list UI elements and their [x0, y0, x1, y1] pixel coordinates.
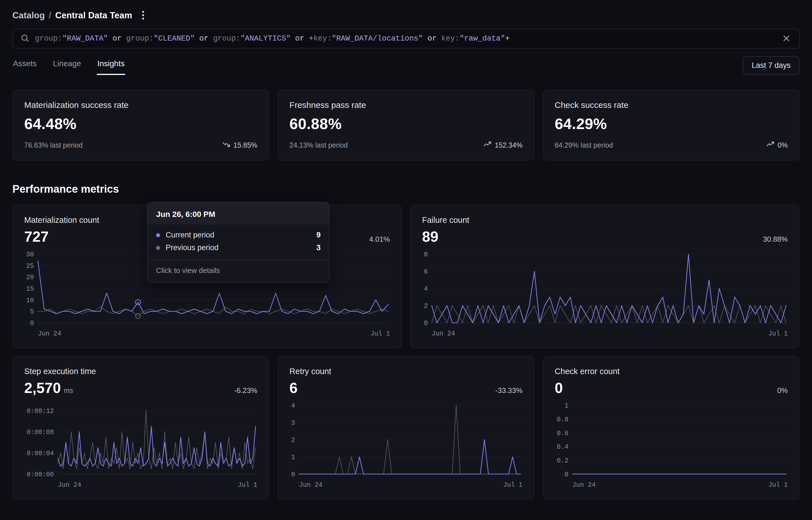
svg-text:30: 30 [26, 251, 34, 258]
trend-value: 15.85% [234, 141, 258, 149]
insights-page: Catalog / Central Data Team group:"RAW_D… [0, 0, 812, 511]
svg-text:0.2: 0.2 [557, 457, 568, 465]
tab-assets[interactable]: Assets [12, 56, 37, 75]
breadcrumb-team: Central Data Team [55, 10, 132, 21]
kebab-menu-icon [142, 10, 145, 21]
chart-value: 89 [422, 228, 441, 245]
close-icon [782, 34, 791, 43]
chart-title: Step execution time [24, 367, 257, 376]
chart-value: 6 [289, 380, 300, 396]
charts-row-1: Materialization count 727 4.01% 05101520… [12, 205, 800, 348]
chart-value: 0 [555, 380, 566, 396]
tooltip-row: Current period9 [156, 231, 321, 239]
svg-text:1: 1 [564, 402, 568, 410]
trend-down-icon [222, 140, 230, 150]
charts-row-2: Step execution time 2,570ms -6.23% 0:00:… [12, 356, 800, 499]
svg-text:10: 10 [26, 297, 34, 304]
summary-card-materialization-success: Materialization success rate 64.48% 76.6… [12, 89, 269, 161]
retry-count-chart[interactable]: 01234 [289, 401, 522, 478]
svg-text:4: 4 [291, 402, 295, 410]
svg-text:0: 0 [564, 471, 568, 478]
x-axis-labels: Jun 24Jul 1 [24, 482, 257, 489]
summary-cards-row: Materialization success rate 64.48% 76.6… [12, 89, 800, 161]
top-bar: Catalog / Central Data Team [12, 7, 800, 24]
chart-card-failure-count: Failure count 89 30.88% 02468 Jun 24Jul … [410, 205, 800, 348]
svg-text:0:00:04: 0:00:04 [27, 450, 54, 457]
chart-hover-tooltip[interactable]: Jun 26, 6:00 PM Current period9Previous … [147, 202, 330, 283]
chart-value: 2,570ms [24, 380, 73, 396]
svg-text:15: 15 [26, 285, 34, 293]
overflow-menu-button[interactable] [139, 8, 147, 23]
svg-text:0.6: 0.6 [557, 430, 568, 437]
clear-search-button[interactable] [781, 33, 792, 45]
svg-text:0:00:00: 0:00:00 [27, 471, 54, 478]
search-input[interactable]: group:"RAW_DATA" or group:"CLEANED" or g… [35, 34, 776, 43]
trend-up-icon [766, 140, 774, 150]
trend-up-icon [483, 140, 491, 150]
svg-text:0.4: 0.4 [557, 443, 568, 451]
x-axis-labels: Jun 24Jul 1 [289, 482, 522, 489]
step-execution-time-chart[interactable]: 0:00:000:00:040:00:080:00:12 [24, 401, 257, 478]
chart-delta: 30.88% [763, 235, 788, 244]
chart-title: Failure count [422, 215, 788, 225]
summary-card-check-success: Check success rate 64.29% 64.29% last pe… [543, 89, 800, 161]
x-axis-labels: Jun 24Jul 1 [555, 482, 788, 489]
card-title: Freshness pass rate [289, 100, 522, 110]
check-error-count-chart[interactable]: 00.20.40.60.81 [555, 401, 788, 478]
asset-search-bar[interactable]: group:"RAW_DATA" or group:"CLEANED" or g… [12, 29, 800, 48]
svg-text:6: 6 [424, 268, 428, 276]
chart-delta: -6.23% [234, 386, 257, 395]
tooltip-rows: Current period9Previous period3 [148, 225, 329, 259]
chart-card-retry-count: Retry count 6 -33.33% 01234 Jun 24Jul 1 [278, 356, 534, 499]
card-value: 60.88% [289, 115, 522, 132]
svg-text:0:00:08: 0:00:08 [27, 429, 54, 436]
breadcrumb: Catalog / Central Data Team [12, 10, 132, 21]
svg-text:2: 2 [424, 303, 428, 310]
time-range-button[interactable]: Last 7 days [743, 56, 800, 75]
tab-insights[interactable]: Insights [97, 56, 125, 75]
svg-text:5: 5 [30, 308, 34, 315]
chart-delta: 0% [777, 386, 788, 395]
svg-text:20: 20 [26, 274, 34, 281]
svg-text:0: 0 [291, 471, 295, 478]
chart-delta: 4.01% [369, 235, 390, 244]
svg-text:0:00:12: 0:00:12 [27, 408, 54, 415]
chart-delta: -33.33% [495, 386, 523, 395]
tab-lineage[interactable]: Lineage [52, 56, 82, 75]
svg-text:3: 3 [291, 419, 295, 427]
breadcrumb-separator: / [49, 10, 51, 21]
svg-text:25: 25 [26, 263, 34, 270]
failure-count-chart[interactable]: 02468 [422, 250, 788, 327]
summary-card-freshness-pass: Freshness pass rate 60.88% 24.13% last p… [278, 89, 534, 161]
trend-value: 152.34% [495, 141, 523, 149]
svg-text:2: 2 [291, 437, 295, 444]
last-period-text: 24.13% last period [289, 141, 348, 149]
tooltip-hint: Click to view details [148, 259, 329, 282]
svg-text:1: 1 [291, 454, 295, 461]
tooltip-timestamp: Jun 26, 6:00 PM [148, 203, 329, 225]
search-icon [20, 33, 29, 44]
chart-title: Retry count [289, 367, 522, 376]
last-period-text: 64.29% last period [555, 141, 613, 149]
svg-text:0: 0 [424, 320, 428, 327]
series-dot-icon [156, 246, 160, 250]
card-value: 64.29% [555, 115, 788, 132]
svg-text:4: 4 [424, 285, 428, 293]
chart-card-step-execution-time: Step execution time 2,570ms -6.23% 0:00:… [12, 356, 269, 499]
chart-card-check-error-count: Check error count 0 0% 00.20.40.60.81 Ju… [543, 356, 800, 499]
chart-value: 727 [24, 228, 52, 245]
trend-value: 0% [778, 141, 788, 149]
tooltip-row: Previous period3 [156, 243, 321, 252]
svg-text:0.8: 0.8 [557, 416, 568, 423]
tabs-row: Assets Lineage Insights Last 7 days [12, 56, 800, 75]
card-value: 64.48% [24, 115, 257, 132]
breadcrumb-catalog-link[interactable]: Catalog [12, 10, 45, 21]
section-title: Performance metrics [12, 183, 800, 195]
chart-card-materialization-count: Materialization count 727 4.01% 05101520… [12, 205, 402, 348]
x-axis-labels: Jun 24Jul 1 [422, 330, 788, 337]
series-dot-icon [156, 233, 160, 237]
card-title: Materialization success rate [24, 100, 257, 110]
svg-text:8: 8 [424, 251, 428, 258]
card-title: Check success rate [555, 100, 788, 110]
chart-title: Check error count [555, 367, 788, 376]
